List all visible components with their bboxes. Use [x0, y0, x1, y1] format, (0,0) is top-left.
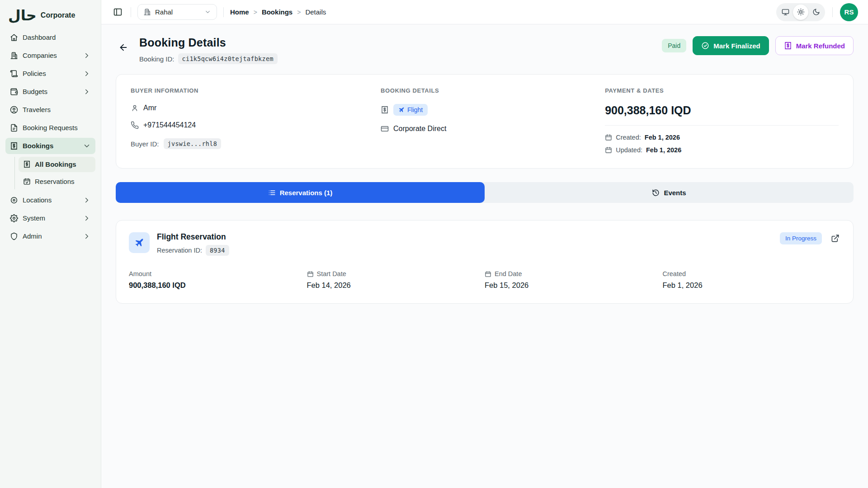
topbar-separator — [832, 7, 833, 17]
sidebar-subitem-reservations[interactable]: Reservations — [19, 174, 95, 189]
scroll-icon — [10, 70, 18, 78]
chevron-right-icon — [83, 214, 91, 222]
payment-amount: 900,388,160 IQD — [605, 104, 839, 117]
sidebar: حال Corporate Dashboard Companies Polici… — [0, 0, 101, 488]
page-header: Booking Details Booking ID: ci1k5qcw6i4z… — [116, 36, 854, 64]
res-created-value: Feb 1, 2026 — [663, 281, 841, 290]
reservation-id-value: 8934 — [206, 245, 229, 256]
sidebar-subitem-all-bookings[interactable]: All Bookings — [19, 157, 95, 172]
mark-finalized-button[interactable]: Mark Finalized — [693, 36, 769, 55]
reservation-end-field: End Date Feb 15, 2026 — [485, 270, 663, 290]
sidebar-item-label: Companies — [23, 52, 57, 59]
file-text-icon — [10, 124, 18, 132]
theme-dark-button[interactable] — [808, 5, 824, 20]
sidebar-item-policies[interactable]: Policies — [5, 66, 95, 82]
reservation-card: Flight Reservation Reservation ID: 8934 … — [116, 220, 854, 304]
mark-refunded-button[interactable]: Mark Refunded — [775, 36, 854, 55]
bookings-submenu: All Bookings Reservations — [14, 157, 95, 189]
breadcrumb-bookings[interactable]: Bookings — [262, 8, 292, 16]
open-reservation-button[interactable] — [830, 233, 840, 244]
calendar-icon — [605, 146, 612, 154]
theme-switcher — [776, 3, 825, 21]
plane-icon — [398, 107, 405, 113]
sidebar-item-label: Booking Requests — [23, 124, 78, 131]
booking-details-column: BOOKING DETAILS Flight Corporate Direct — [381, 87, 605, 154]
booking-details-heading: BOOKING DETAILS — [381, 87, 605, 94]
flight-type-badge: Flight — [393, 104, 428, 116]
sidebar-item-bookings[interactable]: Bookings — [5, 138, 95, 154]
external-link-icon — [831, 234, 840, 243]
flight-type-label: Flight — [407, 106, 423, 113]
res-created-label: Created — [663, 270, 686, 277]
chevron-right-icon — [83, 196, 91, 204]
start-date-value: Feb 14, 2026 — [307, 281, 485, 290]
reservation-status-badge: In Progress — [780, 232, 822, 244]
tab-events[interactable]: Events — [485, 182, 854, 203]
reservation-amount-field: Amount 900,388,160 IQD — [129, 270, 307, 290]
sidebar-item-budgets[interactable]: Budgets — [5, 84, 95, 100]
topbar-separator — [223, 7, 224, 17]
sidebar-item-label: System — [23, 214, 45, 222]
breadcrumb-separator: > — [254, 9, 257, 16]
organization-name: Rahal — [155, 8, 173, 16]
detail-tabs: Reservations (1) Events — [116, 182, 854, 203]
receipt-icon — [784, 42, 792, 50]
building-icon — [10, 52, 18, 60]
payment-dates-heading: PAYMENT & DATES — [605, 87, 839, 94]
calendar-icon — [605, 134, 612, 141]
list-icon — [268, 189, 276, 197]
sidebar-item-locations[interactable]: Locations — [5, 192, 95, 208]
credit-card-icon — [381, 125, 389, 133]
sidebar-item-label: Locations — [23, 196, 52, 204]
end-date-value: Feb 15, 2026 — [485, 281, 663, 290]
created-value: Feb 1, 2026 — [645, 134, 680, 141]
sidebar-item-dashboard[interactable]: Dashboard — [5, 29, 95, 46]
updated-label: Updated: — [616, 146, 642, 154]
sidebar-item-system[interactable]: System — [5, 210, 95, 226]
mark-finalized-label: Mark Finalized — [713, 42, 760, 50]
gear-icon — [10, 214, 18, 222]
calendar-icon — [485, 271, 491, 277]
receipt-icon — [10, 142, 18, 150]
amount-label: Amount — [129, 270, 151, 277]
user-icon — [131, 104, 139, 112]
plane-icon — [134, 238, 144, 248]
theme-light-button[interactable] — [793, 5, 808, 20]
shield-icon — [10, 232, 18, 240]
receipt-icon — [381, 106, 389, 114]
breadcrumb: Home > Bookings > Details — [230, 8, 326, 16]
monitor-icon — [782, 8, 789, 16]
chevron-right-icon — [83, 88, 91, 96]
sidebar-item-label: Bookings — [23, 142, 53, 150]
sidebar-item-admin[interactable]: Admin — [5, 228, 95, 244]
receipt-icon — [23, 160, 31, 168]
flight-icon-tile — [129, 232, 150, 253]
sidebar-nav: Dashboard Companies Policies Budgets Tra… — [5, 29, 95, 244]
buyer-id-label: Buyer ID: — [131, 140, 159, 148]
sidebar-item-label: Admin — [23, 232, 42, 240]
back-button[interactable] — [116, 39, 131, 56]
panel-left-icon — [113, 7, 123, 17]
reservation-start-field: Start Date Feb 14, 2026 — [307, 270, 485, 290]
theme-system-button[interactable] — [778, 5, 793, 20]
sidebar-item-label: Policies — [23, 70, 46, 77]
topbar-separator — [131, 7, 131, 17]
mark-refunded-label: Mark Refunded — [796, 42, 845, 50]
start-date-label: Start Date — [317, 270, 346, 277]
building-icon — [143, 8, 151, 16]
sidebar-item-booking-requests[interactable]: Booking Requests — [5, 120, 95, 136]
organization-selector[interactable]: Rahal — [137, 4, 217, 20]
booking-summary-card: BUYER INFORMATION Amr +971544454124 Buye… — [116, 74, 854, 169]
payment-divider — [605, 125, 839, 126]
updated-value: Feb 1, 2026 — [646, 146, 681, 154]
sidebar-toggle-button[interactable] — [111, 5, 124, 19]
breadcrumb-current: Details — [305, 8, 326, 16]
sidebar-subitem-label: Reservations — [35, 178, 75, 185]
booking-id-label: Booking ID: — [139, 55, 175, 63]
breadcrumb-home[interactable]: Home — [230, 8, 249, 16]
tab-reservations[interactable]: Reservations (1) — [116, 182, 485, 203]
sidebar-item-companies[interactable]: Companies — [5, 47, 95, 64]
sidebar-item-travelers[interactable]: Travelers — [5, 102, 95, 118]
user-avatar[interactable]: RS — [840, 3, 858, 21]
wallet-icon — [10, 88, 18, 96]
